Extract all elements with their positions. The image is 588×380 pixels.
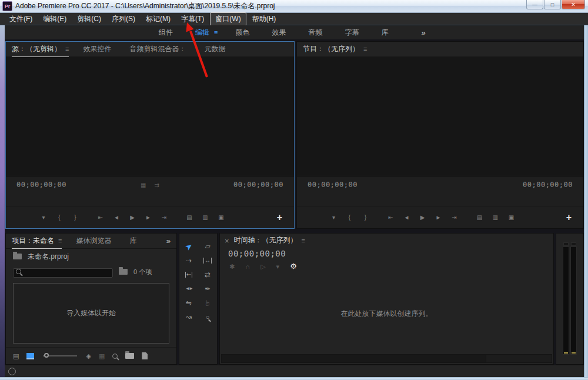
timeline-drop-area[interactable]: 在此处放下媒体以创建序列。 — [220, 274, 553, 354]
go-to-in-icon[interactable]: ⇤ — [96, 214, 105, 221]
export-frame-icon[interactable]: ▣ — [507, 214, 516, 221]
search-input[interactable] — [13, 268, 113, 278]
mark-in-icon[interactable]: { — [55, 214, 64, 221]
free-draw-tool[interactable]: ↝ — [181, 311, 196, 323]
button-editor-icon[interactable]: + — [277, 212, 282, 223]
free-transform-view-icon[interactable]: ◈ — [86, 352, 91, 360]
workspace-tab-audio[interactable]: 音频 — [308, 28, 327, 38]
overwrite-icon[interactable]: ▥ — [492, 214, 500, 221]
source-playhead-track[interactable] — [6, 193, 294, 206]
timeline-timecode[interactable]: 00;00;00;00 — [220, 248, 553, 258]
workspace-tab-editing[interactable]: 编辑≡ — [195, 28, 218, 38]
tab-media-browser[interactable]: 媒体浏览器 — [76, 234, 115, 249]
zoom-slider-knob[interactable] — [44, 353, 49, 358]
button-editor-icon[interactable]: + — [566, 212, 572, 223]
menu-edit[interactable]: 编辑(E) — [38, 13, 71, 25]
menu-window[interactable]: 窗口(W) — [210, 12, 246, 26]
creative-cloud-icon[interactable] — [8, 368, 16, 375]
workspace-tab-assembly[interactable]: 组件 — [159, 28, 178, 38]
razor-tool[interactable]: ▱ — [200, 241, 215, 252]
panel-close-icon[interactable]: × — [225, 236, 229, 245]
zoom-tool[interactable]: ○ — [200, 311, 215, 323]
step-back-icon[interactable]: ◄ — [112, 214, 121, 221]
selection-tool[interactable]: ➤ — [181, 241, 196, 252]
menu-file[interactable]: 文件(F) — [5, 13, 37, 25]
tab-metadata[interactable]: 元数据 — [204, 42, 229, 57]
workspace-tab-library[interactable]: 库 — [381, 28, 393, 38]
workspace-tab-captions[interactable]: 字幕 — [345, 28, 363, 38]
insert-icon[interactable]: ▤ — [476, 214, 484, 221]
program-playhead-track[interactable] — [297, 193, 583, 206]
step-forward-icon[interactable]: ► — [144, 214, 152, 221]
tab-effect-controls[interactable]: 效果控件 — [83, 42, 115, 57]
slide-tool[interactable]: ⇋ — [181, 297, 196, 309]
go-to-in-icon[interactable]: ⇤ — [387, 214, 395, 221]
workspace-overflow-icon[interactable]: » — [421, 28, 425, 37]
go-to-out-icon[interactable]: ⇥ — [160, 214, 168, 221]
rate-stretch-tool[interactable]: ⇄ — [200, 269, 215, 281]
timeline-scrollbar-thumb[interactable] — [222, 355, 486, 362]
tab-timeline[interactable]: 时间轴：（无序列） ≡ — [234, 233, 305, 248]
project-file-icon — [13, 254, 22, 259]
tab-libraries[interactable]: 库 — [129, 234, 141, 249]
menu-markers[interactable]: 标记(M) — [141, 13, 175, 25]
menu-titles[interactable]: 字幕(T) — [176, 13, 209, 25]
tools-panel: ➤▱⇢↔⇠⇄◄►✒⇋☞↝○ — [179, 233, 218, 365]
mark-in-icon[interactable]: { — [346, 214, 354, 221]
tab-program[interactable]: 节目：（无序列） ≡ — [303, 42, 367, 57]
tab-project[interactable]: 项目：未命名≡ — [12, 234, 62, 249]
mark-out-icon[interactable]: } — [362, 214, 370, 221]
add-marker-icon[interactable]: ▾ — [39, 214, 48, 221]
menu-help[interactable]: 帮助(H) — [248, 13, 281, 25]
menu-sequence[interactable]: 序列(S) — [107, 13, 140, 25]
list-view-icon[interactable]: ▤ — [13, 352, 19, 360]
program-current-timecode[interactable]: 00;00;00;00 — [308, 181, 358, 189]
tab-source[interactable]: 源：（无剪辑）≡ — [12, 42, 69, 57]
insert-icon[interactable]: ▤ — [185, 214, 193, 221]
settings-icon[interactable]: ⇉ — [155, 182, 159, 188]
menu-clip[interactable]: 剪辑(C) — [72, 13, 106, 25]
panel-menu-icon: ≡ — [58, 237, 62, 244]
workspace-tab-effects[interactable]: 效果 — [272, 28, 290, 38]
find-icon[interactable] — [112, 354, 118, 359]
track-select-forward-tool[interactable]: ⇢ — [181, 255, 196, 266]
ripple-edit-tool[interactable]: ↔ — [200, 255, 215, 266]
timeline-settings-wrench-icon[interactable]: ⚙ — [290, 261, 297, 271]
panel-overflow-icon[interactable]: » — [166, 236, 171, 245]
overwrite-icon[interactable]: ▥ — [201, 214, 209, 221]
linked-selection-icon[interactable]: ∩ — [245, 261, 250, 271]
source-current-timecode[interactable]: 00;00;00;00 — [16, 181, 66, 189]
zoom-slider[interactable] — [43, 355, 77, 356]
rolling-edit-tool[interactable]: ⇠ — [181, 269, 196, 281]
step-back-icon[interactable]: ◄ — [403, 214, 411, 221]
go-to-out-icon[interactable]: ⇥ — [450, 214, 459, 221]
icon-view-icon[interactable] — [26, 353, 34, 359]
play-icon[interactable]: ▶ — [419, 214, 427, 221]
select-zoom-icon[interactable]: ▦ — [141, 182, 146, 188]
title-bar[interactable]: Pr Adobe Premiere Pro CC 2017 - C:\Users… — [0, 0, 588, 13]
export-frame-icon[interactable]: ▣ — [217, 214, 225, 221]
add-marker-icon[interactable]: ▾ — [276, 261, 280, 271]
mark-out-icon[interactable]: } — [71, 214, 79, 221]
timeline-scrollbar[interactable] — [221, 354, 552, 363]
automate-to-sequence-icon[interactable]: ▦ — [99, 352, 105, 360]
add-marker-icon[interactable]: ▾ — [330, 214, 338, 221]
maximize-button[interactable]: □ — [544, 0, 561, 9]
new-bin-icon[interactable] — [125, 353, 134, 359]
markers-menu-icon[interactable]: ▷ — [260, 261, 265, 271]
play-icon[interactable]: ▶ — [128, 214, 136, 221]
slip-tool[interactable]: ◄► — [181, 283, 196, 295]
find-in-bin-icon[interactable] — [119, 269, 128, 275]
step-forward-icon[interactable]: ► — [435, 214, 443, 221]
close-button[interactable]: ✕ — [562, 0, 585, 9]
snap-icon[interactable]: ✱ — [229, 261, 235, 271]
new-item-icon[interactable] — [142, 352, 148, 359]
project-file-row[interactable]: 未命名.prproj — [6, 249, 176, 264]
program-transport-bar: ▾{}⇤◄▶►⇥▤▥▣ + — [297, 206, 583, 228]
media-drop-zone[interactable]: 导入媒体以开始 — [13, 283, 169, 344]
minimize-button[interactable]: — — [526, 0, 543, 9]
workspace-tab-color[interactable]: 颜色 — [235, 28, 254, 38]
pen-tool[interactable]: ✒ — [200, 283, 215, 295]
tab-audio-clip-mixer[interactable]: 音频剪辑混合器： — [129, 42, 190, 57]
hand-tool[interactable]: ☞ — [200, 297, 215, 309]
